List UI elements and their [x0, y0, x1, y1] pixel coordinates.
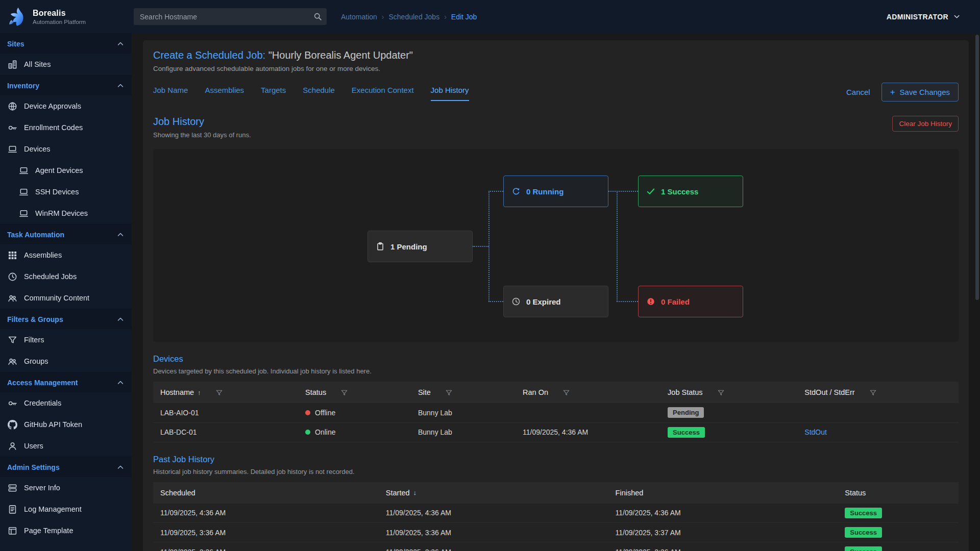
flow-connector: [617, 301, 638, 302]
past-row: 11/09/2025, 3:36 AM 11/09/2025, 3:36 AM …: [153, 523, 959, 542]
col-hostname[interactable]: Hostname↑: [153, 382, 298, 403]
clear-job-history-button[interactable]: Clear Job History: [892, 116, 959, 132]
borealis-logo-icon: [6, 6, 28, 28]
sidebar: Borealis Automation Platform Sites All S…: [0, 0, 132, 551]
page-title: Create a Scheduled Job: "Hourly Borealis…: [153, 49, 959, 61]
sidebar-item-ssh-devices[interactable]: SSH Devices: [0, 181, 132, 203]
sidebar-item-community-content[interactable]: Community Content: [0, 287, 132, 309]
sidebar-section-admin-settings[interactable]: Admin Settings: [0, 457, 132, 477]
col-finished[interactable]: Finished: [608, 482, 838, 504]
cancel-button[interactable]: Cancel: [846, 88, 870, 96]
cell-status: Success: [838, 504, 959, 523]
filter-icon[interactable]: [717, 389, 725, 396]
cell-hostname: LAB-AIO-01: [153, 403, 298, 422]
save-changes-button[interactable]: + Save Changes: [881, 83, 959, 102]
sidebar-item-winrm-devices[interactable]: WinRM Devices: [0, 203, 132, 224]
flow-connector: [608, 191, 638, 192]
stdout-link[interactable]: StdOut: [804, 428, 827, 436]
sidebar-item-page-template[interactable]: Page Template: [0, 520, 132, 541]
clock-icon: [8, 272, 17, 282]
tab-job-name[interactable]: Job Name: [153, 86, 188, 101]
brand-text: Borealis Automation Platform: [33, 9, 86, 25]
sort-asc-icon[interactable]: ↑: [198, 389, 201, 396]
sidebar-item-github-api-token[interactable]: GitHub API Token: [0, 414, 132, 435]
breadcrumb-item-scheduled-jobs[interactable]: Scheduled Jobs: [389, 13, 440, 21]
tab-targets[interactable]: Targets: [261, 86, 286, 101]
sidebar-section-task-automation[interactable]: Task Automation: [0, 224, 132, 244]
tabs: Job Name Assemblies Targets Schedule Exe…: [153, 86, 469, 101]
tab-assemblies[interactable]: Assemblies: [205, 86, 244, 101]
sidebar-item-users[interactable]: Users: [0, 435, 132, 457]
log-icon: [8, 505, 17, 514]
sidebar-item-filters[interactable]: Filters: [0, 329, 132, 350]
status-badge-success: Success: [845, 546, 882, 551]
filter-icon[interactable]: [215, 389, 223, 396]
status-badge-success: Success: [668, 427, 705, 438]
tab-row: Job Name Assemblies Targets Schedule Exe…: [153, 83, 959, 104]
col-site[interactable]: Site: [411, 382, 516, 403]
error-icon: [646, 297, 655, 306]
tab-execution-context[interactable]: Execution Context: [352, 86, 414, 101]
col-scheduled[interactable]: Scheduled: [153, 482, 379, 504]
sidebar-section-inventory[interactable]: Inventory: [0, 75, 132, 95]
sidebar-item-groups[interactable]: Groups: [0, 350, 132, 372]
breadcrumb-item-automation[interactable]: Automation: [341, 13, 377, 21]
tab-job-history[interactable]: Job History: [431, 86, 469, 101]
flow-node-expired: 0 Expired: [503, 286, 608, 317]
status-badge-pending: Pending: [668, 407, 704, 418]
sidebar-item-agent-devices[interactable]: Agent Devices: [0, 160, 132, 181]
user-menu[interactable]: ADMINISTRATOR: [887, 13, 961, 21]
col-ran-on[interactable]: Ran On: [516, 382, 660, 403]
server-icon: [8, 483, 17, 493]
sidebar-item-device-approvals[interactable]: Device Approvals: [0, 95, 132, 117]
breadcrumb-item-edit-job[interactable]: Edit Job: [451, 13, 477, 21]
sidebar-item-server-info[interactable]: Server Info: [0, 477, 132, 498]
chevron-up-icon: [116, 231, 125, 239]
brand-header[interactable]: Borealis Automation Platform: [0, 0, 132, 33]
key-icon: [8, 123, 17, 133]
device-icon: [19, 166, 29, 176]
sidebar-item-devices[interactable]: Devices: [0, 138, 132, 160]
filter-icon[interactable]: [869, 389, 877, 396]
sidebar-item-scheduled-jobs[interactable]: Scheduled Jobs: [0, 266, 132, 287]
cell-status: Success: [838, 523, 959, 542]
cell-job-status: Success: [660, 422, 797, 442]
people-icon: [8, 293, 17, 303]
filter-icon[interactable]: [445, 389, 453, 396]
page-title-prefix: Create a Scheduled Job:: [153, 49, 265, 61]
scrollbar-thumb[interactable]: [975, 35, 979, 300]
job-history-title: Job History: [153, 116, 251, 128]
sidebar-item-assemblies[interactable]: Assemblies: [0, 244, 132, 266]
col-job-status[interactable]: Job Status: [660, 382, 797, 403]
sort-desc-icon[interactable]: ↓: [413, 489, 417, 496]
job-history-header: Job History Showing the last 30 days of …: [153, 116, 959, 139]
sidebar-section-filters-groups[interactable]: Filters & Groups: [0, 309, 132, 329]
sidebar-section-access-management[interactable]: Access Management: [0, 372, 132, 392]
search-input[interactable]: [134, 8, 327, 25]
sidebar-item-log-management[interactable]: Log Management: [0, 498, 132, 520]
sidebar-item-all-sites[interactable]: All Sites: [0, 54, 132, 75]
col-started[interactable]: Started↓: [379, 482, 608, 504]
filter-icon[interactable]: [340, 389, 348, 396]
flow-connector: [488, 301, 503, 302]
search-icon: [313, 12, 322, 21]
tab-schedule[interactable]: Schedule: [303, 86, 335, 101]
col-stdout-stderr[interactable]: StdOut / StdErr: [797, 382, 959, 403]
vertical-scrollbar[interactable]: [975, 35, 979, 549]
col-status[interactable]: Status: [298, 382, 411, 403]
device-row: LAB-DC-01 Online Bunny Lab 11/09/2025, 4…: [153, 422, 959, 442]
col-status[interactable]: Status: [838, 482, 959, 504]
device-icon: [19, 209, 29, 218]
brand-name: Borealis: [33, 9, 86, 18]
chevron-up-icon: [116, 82, 125, 90]
sidebar-item-credentials[interactable]: Credentials: [0, 392, 132, 414]
cell-scheduled: 11/09/2025, 4:36 AM: [153, 504, 379, 523]
sidebar-item-enrollment-codes[interactable]: Enrollment Codes: [0, 117, 132, 138]
devices-title: Devices: [153, 354, 959, 364]
sidebar-section-sites[interactable]: Sites: [0, 33, 132, 54]
cell-ran-on: 11/09/2025, 4:36 AM: [516, 422, 660, 442]
filter-icon[interactable]: [562, 389, 570, 396]
flow-node-success: 1 Success: [638, 176, 743, 207]
topbar: Automation › Scheduled Jobs › Edit Job A…: [132, 0, 980, 33]
job-status-flow-diagram: 1 Pending 0 Running 1 Success 0 Expired …: [153, 149, 959, 342]
